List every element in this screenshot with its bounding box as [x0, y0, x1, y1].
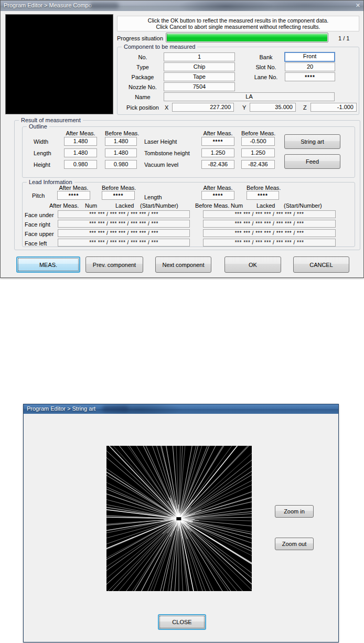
laser-height-before-field[interactable]: -0.500	[241, 137, 275, 146]
length-after-field[interactable]: 1.480	[64, 148, 97, 157]
lane-no-label: Lane No.	[248, 74, 284, 80]
titlebar-redaction	[102, 406, 129, 412]
prev-component-button[interactable]: Prev. component	[85, 256, 143, 273]
tombstone-height-label: Tombstone height	[144, 150, 190, 156]
close-button[interactable]: CLOSE	[158, 614, 206, 630]
ok-button[interactable]: OK	[224, 256, 281, 273]
left-num-header: Num	[85, 202, 97, 209]
instruction-panel: Click the OK button to reflect the measu…	[117, 16, 359, 31]
outline-after-header-right: After Meas.	[201, 130, 234, 136]
left-lacked-header: Lacked	[115, 202, 134, 209]
titlebar-redaction	[90, 3, 119, 9]
right-lacked-header: Lacked	[256, 202, 275, 209]
width-before-field[interactable]: 1.480	[105, 137, 137, 146]
width-after-field[interactable]: 1.480	[64, 137, 97, 146]
nozzle-no-field[interactable]: 7504	[164, 82, 235, 91]
face-under-left-field[interactable]: *** *** / *** *** / *** *** / ***	[58, 210, 190, 218]
length-before-field[interactable]: 1.480	[105, 148, 137, 157]
progress-label: Progress situation	[117, 35, 163, 41]
lead-length-after-field[interactable]: ****	[201, 191, 234, 200]
right-meas-header: Before Meas.	[195, 202, 229, 209]
package-field[interactable]: Tape	[164, 72, 235, 81]
type-field[interactable]: Chip	[164, 62, 235, 71]
progress-bar	[166, 33, 328, 42]
pick-y-field[interactable]: 35.000	[250, 103, 296, 112]
face-right-right-field[interactable]: *** *** / *** *** / *** *** / ***	[203, 220, 336, 228]
pitch-after-header: After Meas.	[57, 185, 90, 191]
lead-length-before-field[interactable]: ****	[247, 191, 279, 200]
pick-x-field[interactable]: 227.200	[172, 103, 234, 112]
zoom-out-button[interactable]: Zoom out	[275, 538, 314, 550]
measure-window-titlebar[interactable]: Program Editor > Measure Compo ✕	[1, 1, 363, 11]
zoom-in-button[interactable]: Zoom in	[275, 505, 314, 518]
face-left-right-field[interactable]: *** *** / *** *** / *** *** / ***	[203, 239, 336, 247]
measure-window-title: Program Editor > Measure Compo	[4, 2, 92, 8]
component-groupbox-label: Component to be measured	[122, 44, 197, 50]
name-field[interactable]: LA	[164, 92, 335, 101]
face-left-left-field[interactable]: *** *** / *** *** / *** *** / ***	[58, 239, 190, 247]
string-art-canvas	[106, 446, 252, 591]
face-right-label: Face right	[25, 221, 50, 228]
string-art-button[interactable]: String art	[284, 134, 340, 149]
face-upper-label: Face upper	[25, 231, 54, 237]
vacuum-level-label: Vacuum level	[144, 162, 178, 168]
progress-count: 1 / 1	[338, 35, 349, 41]
vacuum-before-field[interactable]: -82.436	[241, 160, 275, 169]
bank-field[interactable]: Front	[284, 52, 335, 62]
face-left-label: Face left	[25, 240, 47, 247]
slot-no-field[interactable]: 20	[285, 62, 335, 71]
vacuum-after-field[interactable]: -82.436	[201, 160, 234, 169]
name-label: Name	[122, 94, 164, 100]
outline-before-header-right: Before Meas.	[241, 130, 275, 136]
lane-no-field[interactable]: ****	[285, 72, 335, 81]
string-art-titlebar[interactable]: Program Editor > String art	[24, 404, 338, 414]
height-label: Height	[34, 162, 50, 168]
right-start-header: (Start/Number)	[284, 202, 322, 209]
pick-z-label: Z	[303, 104, 307, 111]
left-start-header: (Start/Number)	[140, 202, 178, 209]
pick-y-label: Y	[242, 104, 246, 111]
face-right-left-field[interactable]: *** *** / *** *** / *** *** / ***	[58, 220, 190, 228]
meas-button[interactable]: MEAS.	[16, 256, 80, 273]
left-meas-header: After Meas.	[49, 202, 79, 209]
pitch-after-field[interactable]: ****	[57, 191, 90, 200]
length-label: Length	[34, 150, 51, 156]
instruction-line-2: Click Cancel to abort single measurement…	[117, 24, 359, 30]
pitch-before-field[interactable]: ****	[102, 191, 135, 200]
package-label: Package	[122, 74, 164, 80]
string-art-window: Program Editor > String art Zoom in Zoom…	[23, 404, 339, 642]
string-art-image	[106, 446, 252, 591]
height-after-field[interactable]: 0.980	[64, 160, 97, 169]
laser-height-label: Laser Height	[144, 138, 177, 145]
laser-height-after-field[interactable]: ****	[201, 137, 234, 146]
next-component-button[interactable]: Next component	[155, 256, 211, 273]
component-groupbox: Component to be measured No. 1 Bank Fron…	[117, 47, 359, 115]
pick-position-label: Pick position	[122, 104, 164, 111]
tombstone-after-field[interactable]: 1.250	[201, 148, 234, 157]
length-before-header: Before Meas.	[247, 185, 279, 191]
outline-before-header-left: Before Meas.	[105, 130, 137, 136]
instruction-line-1: Click the OK button to reflect the measu…	[117, 17, 359, 24]
feed-button[interactable]: Feed	[284, 154, 340, 169]
cancel-button[interactable]: CANCEL	[293, 256, 349, 273]
face-upper-right-field[interactable]: *** *** / *** *** / *** *** / ***	[203, 229, 336, 237]
face-upper-left-field[interactable]: *** *** / *** *** / *** *** / ***	[58, 229, 190, 237]
progress-bar-fill	[167, 34, 327, 41]
slot-no-label: Slot No.	[248, 64, 284, 70]
pick-z-field[interactable]: -1.000	[311, 103, 357, 112]
height-before-field[interactable]: 0.980	[105, 160, 137, 169]
no-label: No.	[122, 54, 164, 60]
outline-after-header-left: After Meas.	[64, 130, 97, 136]
string-art-window-title: Program Editor > String art	[27, 405, 95, 412]
width-label: Width	[34, 138, 48, 145]
tombstone-before-field[interactable]: 1.250	[241, 148, 275, 157]
face-under-right-field[interactable]: *** *** / *** *** / *** *** / ***	[203, 210, 336, 218]
face-under-label: Face under	[25, 212, 54, 218]
result-groupbox-label: Result of measurement	[19, 117, 83, 123]
bank-label: Bank	[248, 54, 284, 60]
no-field[interactable]: 1	[164, 52, 235, 61]
component-camera-view	[5, 14, 113, 114]
type-label: Type	[122, 64, 164, 70]
right-num-header: Num	[231, 202, 243, 209]
close-icon[interactable]: ✕	[356, 2, 360, 9]
